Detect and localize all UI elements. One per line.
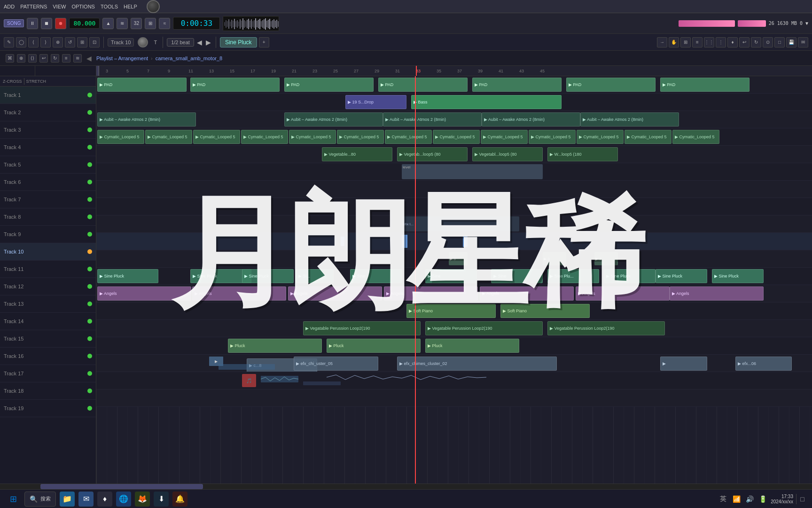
show-desktop[interactable]: □ bbox=[796, 494, 806, 504]
tray-network[interactable]: 📶 bbox=[731, 494, 742, 504]
timeline-track-11[interactable]: ▶ 3 ▶ 3 ▶ 3 bbox=[96, 250, 812, 268]
tool-snap[interactable]: ⊕ bbox=[53, 37, 63, 48]
clip-11-c[interactable]: ▶ 3 bbox=[594, 252, 618, 265]
clip-mixer-6[interactable]: level bbox=[402, 164, 543, 179]
clip-angels-4[interactable]: ▶ Angels bbox=[384, 286, 478, 301]
clip-cym-4[interactable]: ▶ Cymatic_Looped 5 bbox=[241, 130, 288, 144]
clip-atmos-1[interactable]: ▶ Aubit – Awake Atmos 2 (8min) bbox=[97, 112, 196, 127]
browser-icon[interactable]: 🌐 bbox=[116, 492, 131, 507]
clip-angels-7[interactable]: ▶ Angels bbox=[670, 286, 764, 301]
right-tool-4[interactable]: ≡ bbox=[692, 37, 703, 48]
file-explorer-icon[interactable]: 📁 bbox=[60, 492, 75, 507]
firefox-icon[interactable]: 🦊 bbox=[135, 492, 150, 507]
track-header-13[interactable]: Track 13 bbox=[0, 295, 96, 313]
timeline-track-4[interactable]: ▶ Cymatic_Looped 5 ▶ Cymatic_Looped 5 ▶ … bbox=[96, 128, 812, 146]
windows-start-icon[interactable]: ⊞ bbox=[6, 492, 21, 507]
clip-cym-5[interactable]: ▶ Cymatic_Looped 5 bbox=[289, 130, 336, 144]
right-tool-12[interactable]: 💾 bbox=[786, 37, 796, 48]
tune-knob[interactable] bbox=[138, 37, 148, 48]
clip-sine-11[interactable]: ▶ Sine Pluck bbox=[712, 269, 764, 283]
clip-pluck-3[interactable]: ▶ Pluck bbox=[425, 339, 519, 353]
track-header-4[interactable]: Track 4 bbox=[0, 139, 96, 156]
right-tool-6[interactable]: ⋮ bbox=[716, 37, 726, 48]
tray-sound[interactable]: 🔊 bbox=[744, 494, 755, 504]
clip-cym-10[interactable]: ▶ Cymatic_Looped 5 bbox=[529, 130, 576, 144]
clip-note-10b[interactable] bbox=[402, 235, 407, 248]
clip-cym-6[interactable]: ▶ Cymatic_Looped 5 bbox=[337, 130, 384, 144]
clip-efx-3[interactable]: ▶ efx_chimes_cluster_02 bbox=[397, 357, 557, 371]
clip-sine-8[interactable]: ▶ Sine Plu... bbox=[547, 269, 599, 283]
right-tool-3[interactable]: ⊞ bbox=[680, 37, 691, 48]
track-header-19[interactable]: Track 19 bbox=[0, 400, 96, 417]
clip-pad-7[interactable]: ▶ PAD bbox=[660, 78, 750, 92]
clip-pad-3[interactable]: ▶ PAD bbox=[284, 78, 374, 92]
beat-arrow-left[interactable]: ◀ bbox=[197, 39, 202, 46]
menu-options[interactable]: OPTIONS bbox=[71, 4, 95, 9]
download-icon[interactable]: ⬇ bbox=[154, 492, 169, 507]
track-header-3[interactable]: Track 3 bbox=[0, 121, 96, 139]
tool-zoom-in[interactable]: ⟨ bbox=[28, 37, 39, 48]
right-tool-10[interactable]: ⊙ bbox=[763, 37, 773, 48]
clip-angels-2[interactable]: ▶ Angels bbox=[192, 286, 286, 301]
track-header-16[interactable]: Track 16 bbox=[0, 348, 96, 365]
song-button[interactable]: SONG bbox=[4, 19, 24, 27]
clip-cym-2[interactable]: ▶ Cymatic_Looped 5 bbox=[145, 130, 192, 144]
nav-icon-1[interactable]: ⌘ bbox=[6, 54, 14, 63]
clip-sine-10[interactable]: ▶ Sine Pluck bbox=[656, 269, 707, 283]
nav-icon-2[interactable]: ⊕ bbox=[17, 54, 25, 63]
clip-sine-1[interactable]: ▶ Sine Pluck bbox=[97, 269, 158, 283]
clip-cym-13[interactable]: ▶ Cymatic_Looped 5 bbox=[672, 130, 719, 144]
tool-cursor[interactable]: ✎ bbox=[4, 37, 14, 48]
clip-veg-4[interactable]: ▶ W...loop5 (180 bbox=[547, 147, 618, 161]
bpm-display[interactable]: 80.000 bbox=[69, 18, 100, 29]
clip-veg-2[interactable]: ▶ Vegetab...loop5 (80 bbox=[397, 147, 468, 161]
mix-btn[interactable]: ⊞ bbox=[145, 18, 156, 29]
stop-button[interactable]: ⏹ bbox=[41, 18, 52, 29]
clip-efx-4[interactable]: ▶ bbox=[660, 357, 707, 371]
clip-11-b[interactable]: ▶ 3 bbox=[543, 252, 566, 265]
clip-atmos-4[interactable]: ▶ Aubit – Awake Atmos 2 (8min) bbox=[482, 112, 580, 127]
right-tool-8[interactable]: ↩ bbox=[739, 37, 750, 48]
timeline-track-3[interactable]: ▶ Aubit – Awake Atmos 2 (8min) ▶ Aubit –… bbox=[96, 111, 812, 128]
wave-btn[interactable]: ≋ bbox=[117, 18, 128, 29]
notification-icon[interactable]: 🔔 bbox=[172, 492, 187, 507]
timeline-track-19[interactable] bbox=[96, 389, 812, 407]
clip-note-10c[interactable] bbox=[463, 236, 468, 247]
clip-atmos-2[interactable]: ▶ Aubit – Awake Atmos 2 (8min) bbox=[284, 112, 383, 127]
eq-btn[interactable]: ≈ bbox=[159, 18, 170, 29]
clip-red-18[interactable]: 🎵 bbox=[242, 374, 256, 387]
track-header-12[interactable]: Track 12 bbox=[0, 278, 96, 295]
clip-note-10a[interactable] bbox=[341, 237, 344, 246]
clip-cym-11[interactable]: ▶ Cymatic_Looped 5 bbox=[577, 130, 624, 144]
track-header-10[interactable]: Track 10 bbox=[0, 243, 96, 261]
timeline-track-10[interactable] bbox=[96, 233, 812, 250]
clip-mix-9[interactable]: Mix l... bbox=[402, 216, 519, 231]
clip-sine-3[interactable]: ▶ Sine Pluck bbox=[242, 269, 294, 283]
clip-sine-5[interactable]: ▶ Sine bbox=[350, 269, 402, 283]
clip-efx-5[interactable]: ▶ efx...06 bbox=[735, 357, 792, 371]
clip-pluck-2[interactable]: ▶ Pluck bbox=[327, 339, 421, 353]
right-tool-11[interactable]: □ bbox=[774, 37, 785, 48]
clip-veg-1[interactable]: ▶ Vegetable...80 bbox=[322, 147, 392, 161]
timeline-track-5[interactable]: ▶ Vegetable...80 ▶ Vegetab...loop5 (80 ▶… bbox=[96, 146, 812, 163]
clip-angels-1[interactable]: ▶ Angels bbox=[97, 286, 191, 301]
clip-pad-4[interactable]: ▶ PAD bbox=[378, 78, 468, 92]
right-tool-1[interactable]: → bbox=[657, 37, 667, 48]
clip-sine-4[interactable]: ▶ Si... bbox=[296, 269, 334, 283]
clip-wave-18a[interactable] bbox=[261, 376, 298, 382]
clip-cym-1[interactable]: ▶ Cymatic_Looped 5 bbox=[97, 130, 144, 144]
clip-wave-18c[interactable] bbox=[327, 374, 486, 381]
track-header-18[interactable]: Track 18 bbox=[0, 382, 96, 400]
track-header-17[interactable]: Track 17 bbox=[0, 365, 96, 382]
tool-loop[interactable]: ↺ bbox=[65, 37, 75, 48]
clip-cym-12[interactable]: ▶ Cymatic_Looped 5 bbox=[625, 130, 671, 144]
menu-help[interactable]: HELP bbox=[124, 4, 137, 9]
clip-atmos-3[interactable]: ▶ Aubit – Awake Atmos 2 (8min) bbox=[383, 112, 482, 127]
clip-cym-8[interactable]: ▶ Cymatic_Looped 5 bbox=[433, 130, 480, 144]
tool-zoom-out[interactable]: ⟩ bbox=[40, 37, 51, 48]
track-header-7[interactable]: Track 7 bbox=[0, 191, 96, 208]
clip-bass-1[interactable]: ▶ Bass bbox=[411, 95, 562, 109]
clip-sine-7[interactable]: ▶ Sine bbox=[491, 269, 543, 283]
tool-zoom[interactable]: ⊞ bbox=[77, 37, 87, 48]
beat-arrow-right[interactable]: ▶ bbox=[206, 39, 211, 46]
